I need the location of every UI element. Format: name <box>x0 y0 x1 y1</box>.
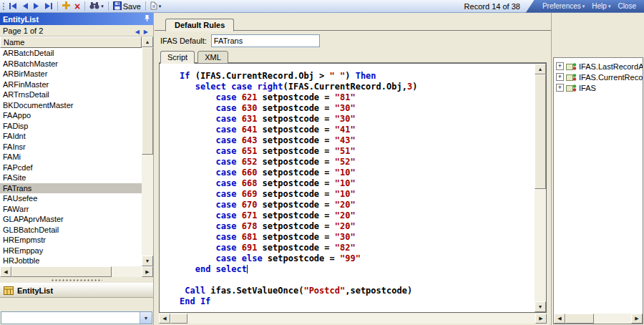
list-item[interactable]: FATrans <box>0 183 142 194</box>
scrollbar-thumb[interactable] <box>142 47 153 155</box>
save-button[interactable]: Save <box>111 1 143 12</box>
expand-plus-icon[interactable]: + <box>556 84 564 92</box>
panel-splitter[interactable] <box>0 277 153 283</box>
scroll-down-button[interactable]: ▼ <box>535 301 546 312</box>
list-item[interactable]: FASite <box>0 173 142 183</box>
list-item[interactable]: FAWarr <box>0 204 142 215</box>
tree-horizontal-scrollbar[interactable]: ◀ ▶ <box>554 314 643 324</box>
code-line: case else setpostcode = "99" <box>180 253 535 264</box>
scroll-left-button[interactable]: ◀ <box>0 266 11 277</box>
next-page-button[interactable]: ▶ <box>142 29 150 35</box>
scroll-right-button[interactable]: ▶ <box>142 266 153 277</box>
editor-vertical-scrollbar[interactable]: ▲ ▼ <box>535 64 546 312</box>
tree-item-label: IFAS.CurrentRecord <box>579 73 643 82</box>
code-line: case 621 setpostcode = "81" <box>180 92 535 103</box>
scrollbar-thumb[interactable] <box>535 74 546 189</box>
scroll-up-button[interactable]: ▲ <box>142 37 153 47</box>
entity-list-vertical-scrollbar[interactable]: ▲ ▼ <box>142 37 153 266</box>
code-line: case 671 setpostcode = "20" <box>180 210 535 221</box>
scroll-right-button[interactable]: ▶ <box>631 314 643 324</box>
scroll-left-button[interactable]: ◀ <box>554 314 565 324</box>
binoculars-icon <box>89 2 99 11</box>
list-item[interactable]: FADisp <box>0 121 142 132</box>
scrollbar-thumb[interactable] <box>565 314 594 324</box>
list-item[interactable]: HREmpmstr <box>0 235 142 246</box>
scrollbar-track[interactable] <box>594 314 631 324</box>
right-panel-spacer <box>553 13 643 57</box>
list-item[interactable]: ARBatchDetail <box>0 48 142 59</box>
entity-list: ARBatchDetailARBatchMasterARBirMasterARF… <box>0 48 142 266</box>
sidebar-section-entitylist[interactable]: EntityList <box>0 283 153 298</box>
first-record-button[interactable] <box>6 1 20 12</box>
delete-x-icon: × <box>74 3 80 10</box>
list-item[interactable]: FAIdnt <box>0 131 142 142</box>
ifas-default-input[interactable] <box>211 34 320 47</box>
list-item[interactable]: FAMi <box>0 152 142 162</box>
bottom-combobox[interactable]: ▼ <box>1 311 152 324</box>
list-item[interactable]: FAPcdef <box>0 162 142 173</box>
add-record-button[interactable] <box>60 1 72 12</box>
previous-record-button[interactable] <box>20 1 31 12</box>
list-item[interactable]: FAInsr <box>0 142 142 152</box>
list-item[interactable]: HRJobtble <box>0 256 142 266</box>
scrollbar-track[interactable] <box>187 314 535 324</box>
tree-item[interactable]: +IFAS.LastRecordAdd <box>554 61 643 72</box>
list-item[interactable]: ARFinMaster <box>0 79 142 90</box>
pin-icon[interactable] <box>144 14 150 24</box>
list-item[interactable]: HREmppay <box>0 246 142 256</box>
menu-item-preferences[interactable]: Preferences▾ <box>539 2 588 10</box>
last-record-button[interactable] <box>42 1 55 12</box>
list-item[interactable]: ARTrnsDetail <box>0 89 142 100</box>
tree-item[interactable]: +IFAS.CurrentRecord <box>554 72 643 82</box>
expand-plus-icon[interactable]: + <box>556 73 564 81</box>
combobox-value[interactable] <box>1 312 140 324</box>
list-item[interactable]: ARBirMaster <box>0 69 142 79</box>
editor-horizontal-scrollbar[interactable]: ◀ ▶ <box>159 314 547 324</box>
code-line: case 651 setpostcode = "51" <box>180 146 535 157</box>
first-record-icon <box>9 2 18 11</box>
plus-icon <box>62 1 70 11</box>
combobox-dropdown-button[interactable]: ▼ <box>140 312 152 324</box>
tab-script[interactable]: Script <box>160 51 195 64</box>
toolbar-grip[interactable] <box>1 1 5 11</box>
scroll-left-button[interactable]: ◀ <box>159 314 170 324</box>
next-record-button[interactable] <box>31 1 42 12</box>
expand-plus-icon[interactable]: + <box>556 62 564 70</box>
scrollbar-thumb[interactable] <box>11 266 112 277</box>
scroll-up-button[interactable]: ▲ <box>535 64 546 74</box>
entity-list-horizontal-scrollbar[interactable]: ◀ ▶ <box>0 266 153 277</box>
list-item[interactable]: ARBatchMaster <box>0 59 142 69</box>
code-line: case 669 setpostcode = "10" <box>180 189 535 200</box>
toolbar-separator <box>84 1 85 11</box>
tab-default-rules[interactable]: Default Rules <box>165 19 234 31</box>
scroll-down-button[interactable]: ▼ <box>142 256 153 266</box>
chevron-down-icon: ▾ <box>159 4 162 9</box>
scrollbar-track[interactable] <box>112 266 142 277</box>
menu-item-help[interactable]: Help▾ <box>588 2 614 10</box>
delete-record-button[interactable]: × <box>72 1 82 12</box>
document-icon <box>150 1 157 11</box>
menu-item-close[interactable]: Close <box>614 2 640 10</box>
code-editor[interactable]: If (IFAS.CurrentRecord.Obj > " ") Then s… <box>160 64 535 312</box>
entitylist-icon <box>4 286 14 295</box>
column-header-name[interactable]: Name <box>0 37 142 48</box>
find-button[interactable]: ▾ <box>87 1 106 12</box>
list-item[interactable]: FAUsefee <box>0 193 142 204</box>
scrollbar-track[interactable] <box>142 155 153 256</box>
scrollbar-thumb[interactable] <box>170 314 187 324</box>
document-menu-button[interactable]: ▾ <box>148 1 164 12</box>
tree-item[interactable]: +IFAS <box>554 82 643 93</box>
scroll-right-button[interactable]: ▶ <box>535 314 547 324</box>
list-item[interactable]: FAAppo <box>0 110 142 121</box>
previous-page-button[interactable]: ◀ <box>133 29 142 35</box>
main-panel-body: IFAS Default: Script XML If (IFAS.Curren… <box>155 31 551 325</box>
toolbar-separator <box>108 1 109 11</box>
code-line: end select <box>180 264 535 275</box>
list-item[interactable]: BKDocumentMaster <box>0 100 142 111</box>
list-item[interactable]: GLBBatchDetail <box>0 225 142 236</box>
tab-xml[interactable]: XML <box>197 51 228 64</box>
scrollbar-track[interactable] <box>535 189 546 301</box>
object-icon <box>566 62 577 70</box>
list-item[interactable]: GLAPAprvMaster <box>0 214 142 225</box>
save-button-label: Save <box>123 2 141 11</box>
